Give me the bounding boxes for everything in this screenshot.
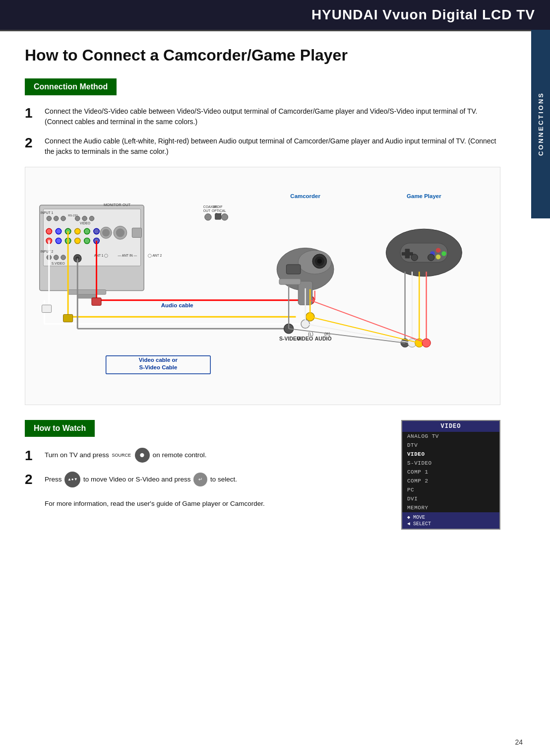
watch-step-1-content: Turn on TV and press SOURCE ⬤ on remote … [45, 448, 386, 463]
header-title: HYUNDAI Vvuon Digital LCD TV [311, 7, 535, 22]
svg-rect-58 [42, 305, 51, 312]
svg-point-99 [428, 254, 434, 261]
svg-text:INPUT 2: INPUT 2 [41, 250, 54, 253]
connection-diagram: MONITOR OUT INPUT 1 RS-232 VIDEO [25, 167, 500, 405]
watch-step-2-suffix: to select. [210, 476, 237, 483]
svg-rect-59 [63, 314, 73, 322]
svg-point-4 [47, 216, 52, 221]
svg-point-8 [75, 216, 80, 221]
svg-point-46 [221, 214, 228, 220]
svg-text:Camcorder: Camcorder [290, 193, 320, 199]
svg-point-9 [82, 216, 87, 221]
step-2-number: 2 [25, 136, 45, 150]
svg-text:Video cable or: Video cable or [139, 357, 178, 363]
svg-point-107 [422, 339, 430, 347]
svg-point-5 [54, 216, 59, 221]
diagram-svg: MONITOR OUT INPUT 1 RS-232 VIDEO [25, 167, 500, 405]
connection-step-2: 2 Connect the Audio cable (Left-white, R… [25, 136, 500, 157]
menu-select-label: ◄ SELECT [407, 521, 494, 527]
main-content: How to Connect a Camcorder/Game Player C… [0, 31, 530, 545]
sidebar-label: CONNECTIONS [537, 92, 545, 156]
menu-item-pc[interactable]: PC [402, 485, 499, 494]
svg-text:OPTICAL: OPTICAL [212, 209, 226, 212]
svg-text:(L): (L) [308, 332, 313, 337]
svg-text:MONITOR OUT: MONITOR OUT [104, 203, 131, 207]
nav-button-icon: ▲●▼ [64, 472, 80, 487]
connection-method-badge: Connection Method [25, 78, 117, 95]
svg-point-31 [54, 255, 59, 260]
svg-rect-57 [92, 298, 101, 305]
menu-header-text: VIDEO [440, 423, 461, 430]
page-header: HYUNDAI Vvuon Digital LCD TV [0, 0, 550, 31]
svg-text:S.VIDEO: S.VIDEO [52, 262, 65, 265]
svg-point-19 [56, 238, 61, 243]
svg-text:VIDEO: VIDEO [80, 221, 90, 225]
svg-point-17 [94, 228, 99, 234]
how-to-watch-left: How to Watch 1 Turn on TV and press SOUR… [25, 420, 386, 530]
svg-text:Game Player: Game Player [407, 193, 441, 199]
watch-step-2-content: Press ▲●▼ to move Video or S-Video and p… [45, 472, 386, 509]
svg-rect-93 [402, 252, 413, 256]
watch-step-1-number: 1 [25, 448, 45, 464]
step-2-text: Connect the Audio cable (Left-white, Rig… [45, 136, 500, 157]
watch-step-2-prefix: Press [45, 476, 62, 483]
how-to-watch-right: VIDEO ANALOG TV DTV VIDEO S-VIDEO COMP 1… [401, 420, 500, 530]
svg-point-13 [56, 228, 61, 234]
watch-step-1-prefix: Turn on TV and press [45, 451, 109, 459]
menu-footer: ◆ MOVE ◄ SELECT [402, 512, 499, 529]
svg-point-22 [84, 238, 90, 243]
menu-item-analog-tv[interactable]: ANALOG TV [402, 432, 499, 441]
step-1-text: Connect the Video/S-Video cable between … [45, 106, 500, 127]
svg-point-44 [205, 214, 211, 220]
menu-header: VIDEO [402, 421, 499, 432]
menu-item-video[interactable]: VIDEO [402, 450, 499, 459]
svg-point-25 [102, 229, 110, 236]
svg-text:S-Video Cable: S-Video Cable [139, 364, 178, 370]
svg-text:OUT: OUT [203, 209, 210, 212]
menu-item-memory[interactable]: MEMORY [402, 503, 499, 512]
svg-point-81 [317, 259, 322, 264]
menu-item-comp1[interactable]: COMP 1 [402, 468, 499, 477]
svg-text:SPDIF: SPDIF [213, 205, 223, 208]
svg-text:◯ ANT 2: ◯ ANT 2 [148, 254, 162, 258]
svg-point-97 [436, 255, 441, 260]
svg-text:INPUT 1: INPUT 1 [41, 211, 54, 214]
menu-item-dtv[interactable]: DTV [402, 441, 499, 450]
menu-item-svideo[interactable]: S-VIDEO [402, 459, 499, 468]
svg-rect-82 [286, 265, 301, 274]
step-1-number: 1 [25, 106, 45, 120]
watch-step-2-number: 2 [25, 472, 45, 487]
svg-point-94 [436, 248, 441, 253]
svg-point-98 [411, 254, 418, 261]
page-number: 24 [515, 738, 523, 746]
svg-text:Audio cable: Audio cable [161, 302, 193, 308]
svg-point-12 [46, 228, 52, 234]
how-to-watch-badge: How to Watch [25, 420, 95, 437]
svg-point-6 [61, 216, 66, 221]
svg-point-16 [84, 228, 90, 234]
page-title: How to Connect a Camcorder/Game Player [25, 46, 500, 65]
connections-sidebar: CONNECTIONS [531, 30, 550, 218]
svg-text:(R): (R) [324, 332, 330, 337]
watch-step-1: 1 Turn on TV and press SOURCE ⬤ on remot… [25, 448, 386, 464]
svg-point-95 [441, 251, 446, 256]
how-to-watch-section: How to Watch 1 Turn on TV and press SOUR… [25, 420, 500, 530]
watch-step-3-text: For more information, read the user's gu… [45, 500, 265, 507]
menu-item-dvi[interactable]: DVI [402, 494, 499, 503]
svg-point-32 [61, 255, 66, 260]
svg-rect-84 [279, 279, 301, 284]
connection-step-1: 1 Connect the Video/S-Video cable betwee… [25, 106, 500, 127]
watch-step-2: 2 Press ▲●▼ to move Video or S-Video and… [25, 472, 386, 509]
enter-button-icon: ↵ [193, 473, 207, 486]
source-label: SOURCE [112, 452, 131, 459]
svg-point-15 [75, 228, 80, 234]
svg-point-21 [75, 238, 80, 243]
svg-point-10 [89, 216, 94, 221]
menu-move-label: ◆ MOVE [407, 514, 494, 520]
svg-rect-28 [132, 228, 141, 237]
svg-point-27 [116, 228, 124, 237]
svg-rect-45 [215, 214, 221, 219]
menu-item-comp2[interactable]: COMP 2 [402, 477, 499, 485]
svg-rect-47 [68, 290, 106, 295]
svg-text:— ANT IN —: — ANT IN — [118, 254, 137, 257]
